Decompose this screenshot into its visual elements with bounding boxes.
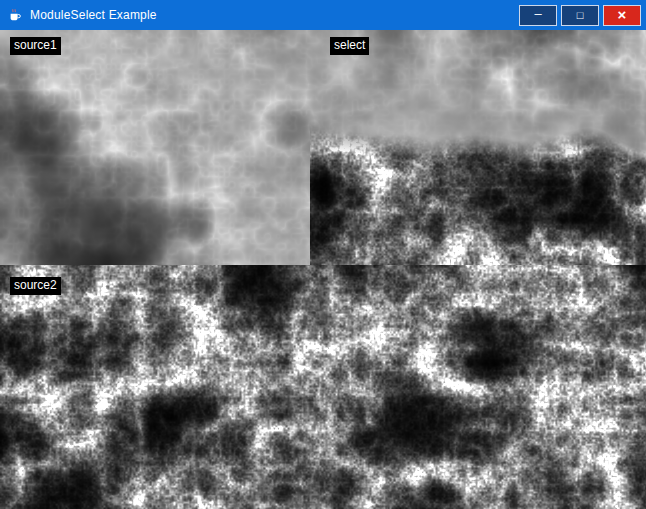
close-button[interactable]: × [603, 5, 641, 26]
render-area: source1 select source2 [0, 30, 646, 509]
noise-canvas [0, 30, 646, 509]
panel-label-source2: source2 [10, 277, 61, 295]
titlebar[interactable]: ModuleSelect Example – □ × [0, 0, 646, 30]
window-controls: – □ × [519, 5, 646, 26]
panel-label-source1: source1 [10, 37, 61, 55]
minimize-button[interactable]: – [519, 5, 557, 26]
app-icon [7, 7, 23, 23]
maximize-icon: □ [577, 10, 584, 21]
window-title: ModuleSelect Example [30, 8, 157, 22]
minimize-icon: – [534, 7, 541, 20]
panel-label-select: select [330, 37, 369, 55]
app-window: ModuleSelect Example – □ × source1 selec… [0, 0, 646, 509]
maximize-button[interactable]: □ [561, 5, 599, 26]
close-icon: × [618, 7, 627, 22]
